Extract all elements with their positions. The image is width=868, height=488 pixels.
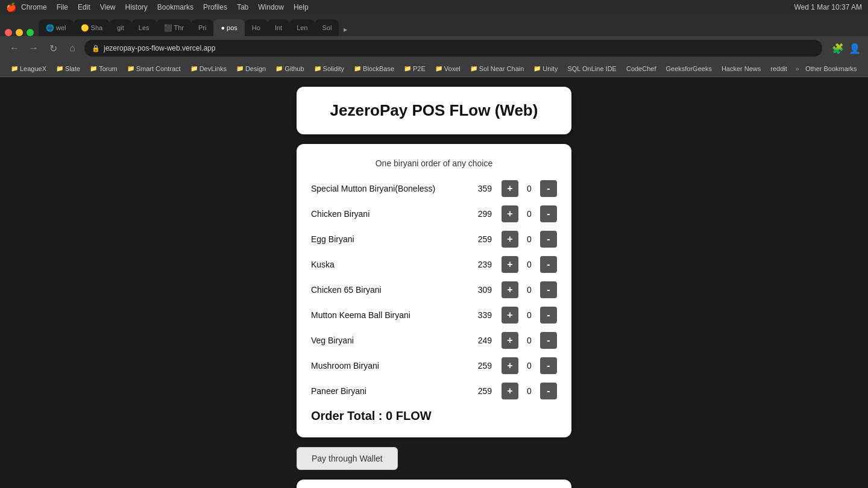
browser-tab-ho[interactable]: Ho	[245, 19, 268, 36]
maximize-window-btn[interactable]	[27, 29, 34, 36]
menu-item-name: Special Mutton Biryani(Boneless)	[311, 184, 462, 193]
bookmark-torum[interactable]: 📁Torum	[86, 64, 121, 74]
menu-item-row: Mutton Keema Ball Biryani 339 + 0 -	[311, 307, 557, 324]
menu-edit[interactable]: Edit	[78, 3, 90, 11]
bookmark-devlinks[interactable]: 📁DevLinks	[187, 64, 230, 74]
mac-menus: Chrome File Edit View History Bookmarks …	[21, 3, 309, 11]
bookmark-github[interactable]: 📁Github	[272, 64, 307, 74]
qty-increment-button[interactable]: +	[502, 307, 518, 324]
bookmark-design[interactable]: 📁Design	[233, 64, 269, 74]
back-btn[interactable]: ←	[7, 43, 22, 54]
qty-value: 0	[523, 260, 535, 269]
menu-bookmarks[interactable]: Bookmarks	[157, 3, 193, 11]
order-total: Order Total : 0 FLOW	[311, 409, 557, 423]
bookmark-reddit[interactable]: reddit	[767, 64, 791, 74]
qty-increment-button[interactable]: +	[502, 205, 518, 222]
profile-icon[interactable]: 👤	[849, 43, 861, 54]
tab-overflow-btn[interactable]: ▸	[339, 23, 352, 36]
bookmark-leaguex[interactable]: 📁LeagueX	[7, 64, 50, 74]
qty-increment-button[interactable]: +	[502, 383, 518, 399]
menu-view[interactable]: View	[100, 3, 116, 11]
menu-item-row: Chicken Biryani 299 + 0 -	[311, 205, 557, 222]
qty-decrement-button[interactable]: -	[540, 383, 557, 399]
bookmarks-overflow-btn[interactable]: »	[796, 65, 799, 72]
browser-tab-les[interactable]: Les	[131, 19, 157, 36]
minimize-window-btn[interactable]	[16, 29, 23, 36]
qty-controls: + 0 -	[502, 281, 557, 298]
browser-tab-wel[interactable]: 🌐 wel	[39, 19, 74, 36]
menu-item-price: 249	[462, 336, 492, 345]
menu-window[interactable]: Window	[258, 3, 284, 11]
qty-controls: + 0 -	[502, 231, 557, 248]
menu-card: One biryani order of any choice Special …	[297, 144, 571, 437]
url-bar[interactable]: 🔒 jezeropay-pos-flow-web.vercel.app	[84, 40, 822, 57]
qty-value: 0	[523, 336, 535, 345]
qty-increment-button[interactable]: +	[502, 332, 518, 349]
bookmark-codechef[interactable]: CodeChef	[623, 64, 660, 74]
qty-controls: + 0 -	[502, 205, 557, 222]
qty-value: 0	[523, 234, 535, 244]
menu-item-name: Paneer Biryani	[311, 386, 462, 396]
browser-chrome: 🌐 wel 🟡 Sha git Les ⬛ Thr Pri ● pos Ho I…	[0, 14, 868, 77]
bookmark-voxel[interactable]: 📁Voxel	[432, 64, 464, 74]
bookmark-blockbase[interactable]: 📁BlockBase	[350, 64, 398, 74]
browser-tab-len[interactable]: Len	[289, 19, 315, 36]
qty-decrement-button[interactable]: -	[540, 357, 557, 374]
qty-increment-button[interactable]: +	[502, 256, 518, 273]
qty-decrement-button[interactable]: -	[540, 231, 557, 248]
menu-item-name: Kuska	[311, 260, 462, 269]
browser-tab-pos[interactable]: ● pos	[213, 19, 244, 36]
bookmark-gfg[interactable]: GeeksforGeeks	[662, 64, 715, 74]
qty-decrement-button[interactable]: -	[540, 256, 557, 273]
home-btn[interactable]: ⌂	[65, 43, 80, 54]
qty-value: 0	[523, 285, 535, 295]
bookmark-p2e[interactable]: 📁P2E	[400, 64, 429, 74]
app-title: JezeroPay POS FLow (Web)	[311, 101, 557, 120]
qty-increment-button[interactable]: +	[502, 180, 518, 197]
browser-tab-sol[interactable]: Sol	[315, 19, 339, 36]
menu-tab[interactable]: Tab	[237, 3, 248, 11]
qty-value: 0	[523, 209, 535, 219]
qty-decrement-button[interactable]: -	[540, 307, 557, 324]
bookmark-slate[interactable]: 📁Slate	[52, 64, 84, 74]
forward-btn[interactable]: →	[27, 43, 41, 54]
menu-history[interactable]: History	[125, 3, 148, 11]
menu-profiles[interactable]: Profiles	[203, 3, 227, 11]
browser-tab-sha[interactable]: 🟡 Sha	[74, 19, 110, 36]
menu-item-name: Mushroom Biryani	[311, 361, 462, 371]
bookmark-smartcontract[interactable]: 📁Smart Contract	[124, 64, 184, 74]
qty-decrement-button[interactable]: -	[540, 205, 557, 222]
qty-decrement-button[interactable]: -	[540, 281, 557, 298]
qty-increment-button[interactable]: +	[502, 357, 518, 374]
bookmark-hackernews[interactable]: Hacker News	[718, 64, 764, 74]
extensions-icon[interactable]: 🧩	[832, 43, 844, 54]
menu-item-row: Mushroom Biryani 259 + 0 -	[311, 357, 557, 374]
qty-increment-button[interactable]: +	[502, 281, 518, 298]
menu-help[interactable]: Help	[294, 3, 309, 11]
bookmark-solidity[interactable]: 📁Solidity	[310, 64, 348, 74]
qty-controls: + 0 -	[502, 256, 557, 273]
bookmark-otherbookmarks[interactable]: Other Bookmarks	[802, 64, 861, 74]
browser-tab-thr[interactable]: ⬛ Thr	[157, 19, 191, 36]
close-window-btn[interactable]	[5, 29, 12, 36]
reload-btn[interactable]: ↻	[46, 43, 60, 54]
menu-items-list: Special Mutton Biryani(Boneless) 359 + 0…	[311, 180, 557, 399]
menu-file[interactable]: File	[57, 3, 68, 11]
pay-through-wallet-button[interactable]: Pay through Wallet	[297, 447, 398, 470]
menu-item-row: Paneer Biryani 259 + 0 -	[311, 383, 557, 399]
browser-tab-git[interactable]: git	[110, 19, 131, 36]
menu-chrome[interactable]: Chrome	[21, 3, 47, 11]
qty-decrement-button[interactable]: -	[540, 180, 557, 197]
mac-clock: Wed 1 Mar 10:37 AM	[794, 3, 863, 11]
token-selection-card: Select a token to pay with FLOW USDC Cur…	[297, 480, 571, 488]
apple-icon[interactable]: 🍎	[6, 2, 16, 12]
qty-increment-button[interactable]: +	[502, 231, 518, 248]
menu-item-name: Egg Biryani	[311, 234, 462, 244]
bookmark-solnearchain[interactable]: 📁Sol Near Chain	[467, 64, 528, 74]
browser-tab-int[interactable]: Int	[268, 19, 289, 36]
bookmark-sqlide[interactable]: SQL OnLine IDE	[564, 64, 620, 74]
qty-decrement-button[interactable]: -	[540, 332, 557, 349]
menu-item-row: Veg Biryani 249 + 0 -	[311, 332, 557, 349]
bookmark-unity[interactable]: 📁Unity	[530, 64, 561, 74]
browser-tab-pri[interactable]: Pri	[191, 19, 213, 36]
